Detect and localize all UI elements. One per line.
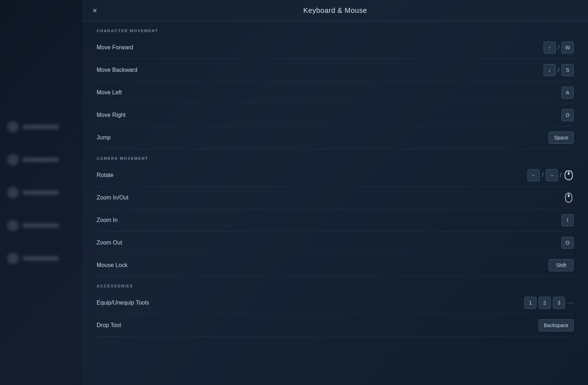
sidebar-label-2 [23, 158, 59, 162]
sidebar-label-1 [23, 125, 59, 129]
key-w[interactable]: W [562, 41, 574, 54]
separator-3: / [542, 172, 543, 178]
sidebar-item-5 [7, 253, 75, 264]
key-space[interactable]: Space [549, 132, 574, 144]
key-arrow-right[interactable]: → [546, 169, 558, 181]
sidebar-icon-5 [7, 253, 19, 264]
keybind-label-rotate: Rotate [97, 172, 113, 178]
sidebar-icon-1 [7, 121, 19, 133]
key-num-1[interactable]: 1 [524, 297, 536, 309]
separator-2: / [558, 67, 559, 73]
sidebar-item-3 [7, 187, 75, 198]
key-arrow-left[interactable]: ← [528, 169, 540, 181]
dialog-content: CHARACTER MOVEMENT Move Forward ↑ / W Mo… [82, 21, 588, 385]
section-header-camera-movement: CAMERA MOVEMENT [97, 149, 574, 164]
key-num-3[interactable]: 3 [553, 297, 565, 309]
key-shift[interactable]: Shift [549, 259, 574, 271]
section-header-accessories: ACCESSORIES [97, 277, 574, 292]
sidebar-icon-2 [7, 154, 19, 166]
keybind-row-rotate: Rotate ← / → / [97, 164, 574, 187]
key-i[interactable]: I [562, 214, 574, 226]
key-d[interactable]: D [562, 109, 574, 121]
key-arrow-down[interactable]: ↓ [544, 64, 556, 76]
keybind-row-equip-tools: Equip/Unequip Tools 1 2 3 ··· [97, 292, 574, 314]
sidebar [0, 0, 82, 385]
keybind-label-zoom-inout: Zoom In/Out [97, 194, 128, 201]
sidebar-icon-4 [7, 220, 19, 231]
sidebar-item-4 [7, 220, 75, 231]
svg-point-3 [566, 171, 567, 172]
keybind-row-move-right: Move Right D [97, 104, 574, 127]
keybind-label-zoom-out: Zoom Out [97, 240, 122, 246]
close-button[interactable]: × [89, 5, 100, 16]
keybind-label-move-backward: Move Backward [97, 67, 137, 73]
keybind-label-mouse-lock: Mouse Lock [97, 262, 127, 268]
keybind-row-move-left: Move Left A [97, 82, 574, 104]
keybind-label-equip-tools: Equip/Unequip Tools [97, 300, 149, 306]
keybind-keys-move-backward: ↓ / S [544, 64, 574, 76]
sidebar-icon-3 [7, 187, 19, 198]
keybind-label-jump: Jump [97, 134, 111, 141]
keybind-row-drop-tool: Drop Tool Backspace [97, 314, 574, 337]
keybind-row-move-backward: Move Backward ↓ / S [97, 59, 574, 82]
keybind-label-move-right: Move Right [97, 112, 126, 118]
separator-4: / [560, 172, 562, 178]
keybind-keys-move-right: D [562, 109, 574, 121]
key-arrow-up[interactable]: ↑ [544, 41, 556, 54]
key-num-2[interactable]: 2 [539, 297, 551, 309]
mouse-scroll-icon [564, 192, 574, 204]
dialog-title: Keyboard & Mouse [303, 6, 367, 15]
keybind-keys-drop-tool: Backspace [539, 319, 574, 331]
keybind-label-zoom-in: Zoom In [97, 217, 118, 223]
key-backspace[interactable]: Backspace [539, 319, 574, 331]
keybind-keys-zoom-inout [564, 192, 574, 204]
sidebar-item-1 [7, 121, 75, 133]
keybind-keys-move-left: A [562, 87, 574, 99]
keybind-keys-rotate: ← / → / [528, 169, 574, 181]
keybind-keys-equip-tools: 1 2 3 ··· [524, 297, 574, 309]
key-o[interactable]: O [562, 237, 574, 249]
more-keys-indicator: ··· [567, 299, 574, 307]
svg-point-2 [568, 172, 570, 174]
svg-point-4 [571, 171, 572, 172]
keybind-keys-zoom-out: O [562, 237, 574, 249]
keybind-row-jump: Jump Space [97, 127, 574, 149]
mouse-drag-icon [564, 169, 574, 181]
keybind-label-move-left: Move Left [97, 89, 122, 96]
keybind-keys-zoom-in: I [562, 214, 574, 226]
keybind-row-mouse-lock: Mouse Lock Shift [97, 254, 574, 277]
keybind-keys-move-forward: ↑ / W [544, 41, 574, 54]
sidebar-label-3 [23, 191, 59, 195]
keybind-keys-jump: Space [549, 132, 574, 144]
separator-1: / [558, 44, 559, 51]
key-s[interactable]: S [562, 64, 574, 76]
keybind-row-move-forward: Move Forward ↑ / W [97, 36, 574, 59]
dialog-header: × Keyboard & Mouse [82, 0, 588, 21]
keybind-label-drop-tool: Drop Tool [97, 322, 121, 329]
keybind-keys-mouse-lock: Shift [549, 259, 574, 271]
keybind-row-zoom-inout: Zoom In/Out [97, 187, 574, 209]
sidebar-label-5 [23, 256, 59, 261]
keybind-label-move-forward: Move Forward [97, 44, 133, 51]
section-header-character-movement: CHARACTER MOVEMENT [97, 21, 574, 36]
sidebar-label-4 [23, 223, 59, 228]
key-a[interactable]: A [562, 87, 574, 99]
sidebar-item-2 [7, 154, 75, 166]
keybind-row-zoom-out: Zoom Out O [97, 232, 574, 254]
keyboard-mouse-dialog: × Keyboard & Mouse CHARACTER MOVEMENT Mo… [82, 0, 588, 385]
keybind-row-zoom-in: Zoom In I [97, 209, 574, 232]
